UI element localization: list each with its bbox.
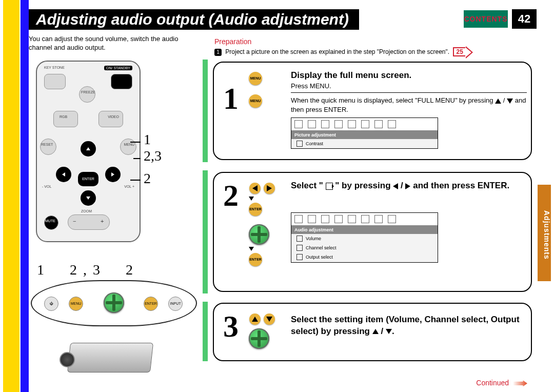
remote-label: VIDEO [108,115,119,119]
step-3-title: Select the setting item (Volume, Channel… [291,314,527,338]
step-accent-strip [203,170,208,293]
continued-arrow-icon [513,380,527,386]
remote-label: ON/ STANDBY [104,66,132,70]
projector-illustration [60,334,162,380]
step-1-line1: Press MENU. [291,82,527,91]
preparation-heading: Preparation [214,37,251,46]
right-button-icon [264,183,275,194]
callout-number: 2,3 [144,148,162,164]
remote-label: RGB [60,115,67,119]
remote-label: MUTE [45,219,55,223]
numbered-bullet-icon: 1 [214,49,222,56]
remote-label: MENU [124,143,134,146]
standby-button [111,74,132,89]
osd-row: Volume [291,234,438,243]
section-tab[interactable]: Adjustments [538,185,551,281]
enter-button: ENTER [78,172,98,186]
menu-button-icon: MENU [249,72,262,85]
osd-row: Channel select [291,243,438,252]
nav-cluster: ENTER [60,151,116,208]
leader-line [130,180,141,181]
step-1-body: Display the full menu screen. Press MENU… [291,70,527,149]
menu-button [120,139,136,155]
remote-label: RESET [41,143,53,146]
step-3-icons [249,311,275,351]
step-number: 2 [223,178,239,213]
accent-bar-blue [21,0,29,392]
enter-button-icon: ENTER [249,253,262,266]
step-2-body: Select " " by pressing / and then press … [291,180,527,263]
osd-header: Audio adjustment [291,226,438,234]
reset-button [40,139,56,155]
power-button: ⏻ [44,297,58,311]
down-arrow-icon [249,197,254,201]
step-accent-strip [203,60,208,162]
step-1-line2: When the quick menu is displayed, select… [291,96,527,114]
continued-indicator: Continued [476,379,527,387]
down-arrow-icon [507,99,513,104]
remote-label: ZOOM [81,209,92,213]
mute-button [44,215,58,230]
panel-callout-row: 1 2,3 2 [37,262,139,278]
leader-line [133,158,141,159]
rgb-button [53,111,78,127]
osd-menu-screenshot: Audio adjustment Volume Channel select O… [291,212,438,263]
left-arrow-icon [393,183,398,189]
down-arrow-icon [386,329,392,334]
accent-bar-yellow [3,0,19,392]
preparation-body: Project a picture on the screen as expla… [225,48,449,55]
projector-body [67,343,153,373]
freeze-button [79,86,95,103]
step-number: 3 [223,309,239,344]
step-2-icons: ENTER ENTER [249,180,275,268]
continued-label: Continued [476,379,509,387]
manual-page: Adjusting audio output (Audio adjustment… [0,0,554,392]
joystick-icon [249,224,269,245]
step-2-title: Select " " by pressing / and then press … [291,180,527,192]
remote-label: FREEZE [81,90,95,94]
osd-tab-row [291,213,438,226]
callout-number: 1 [144,131,151,148]
menu-button-icon: MENU [249,94,262,108]
left-right-buttons [249,182,275,194]
control-panel-diagram: ⏻ MENU ENTER INPUT [31,280,197,326]
osd-menu-screenshot: Picture adjustment Contrast [291,117,438,149]
speaker-icon [326,183,333,190]
step-1-box: 1 MENU MENU Display the full menu screen… [213,62,532,160]
enter-button-icon: ENTER [249,203,262,216]
step-3-body: Select the setting item (Volume, Channel… [291,314,527,338]
video-button [98,111,123,127]
nav-down [81,190,96,206]
page-number-badge: 42 [512,9,537,29]
step-2-box: 2 ENTER ENTER Select " " by pressing / a… [213,172,532,292]
divider [291,92,527,93]
keystone-button [44,74,66,89]
down-button-icon [264,313,275,325]
osd-header: Picture adjustment [291,131,438,139]
input-button: INPUT [168,297,183,311]
left-button-icon [249,183,261,194]
leader-line [130,142,141,143]
page-title: Adjusting audio output (Audio adjustment… [29,9,359,30]
osd-tab-row [291,118,438,131]
preparation-text: 1 Project a picture on the screen as exp… [214,47,502,56]
nav-up [81,141,96,156]
remote-label: VOL + [124,185,134,188]
step-1-icons: MENU MENU [249,70,262,110]
up-button-icon [249,313,261,325]
up-down-buttons [249,313,275,325]
step-number: 1 [223,81,239,116]
remote-label: - VOL [42,185,51,188]
projector-lens [60,352,75,367]
nav-left [56,167,71,182]
contents-button[interactable]: CONTENTS [464,10,508,28]
up-arrow-icon [495,99,501,104]
nav-right [105,167,121,182]
up-arrow-icon [372,329,379,334]
intro-text: You can adjust the sound volume, switch … [29,35,198,52]
remote-label: KEY STONE [44,66,65,69]
callout-number: 2 [144,170,151,187]
page-ref-link[interactable]: 25 [453,47,466,56]
down-arrow-icon [249,247,254,251]
joystick-icon [249,328,269,349]
